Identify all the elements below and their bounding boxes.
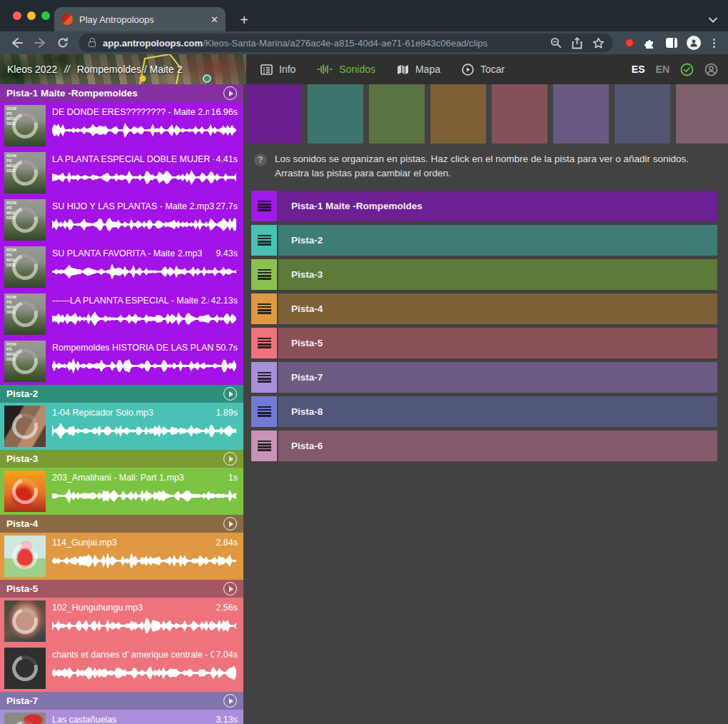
track-row[interactable]: Pista-2 [251, 225, 717, 256]
sidebar-track-header[interactable]: Pista-4 [0, 515, 243, 533]
browser-menu-icon[interactable] [710, 39, 718, 48]
forward-button[interactable] [30, 37, 50, 49]
clip-waveform[interactable] [52, 170, 238, 185]
reload-button[interactable] [53, 37, 73, 49]
new-tab-button[interactable]: + [236, 13, 253, 27]
back-button[interactable] [7, 37, 27, 49]
sidebar-track-header[interactable]: Pista-3 [0, 450, 243, 468]
clip-thumbnail[interactable]: ROM PE MOL DES [4, 105, 46, 146]
track-drag-handle[interactable] [251, 191, 277, 221]
audio-clip-row[interactable]: ROM PE MOL DES Rompemoldes HISTORIA DE L… [0, 338, 243, 385]
map-thumbnail-header[interactable]: Kleos 2022 // Rompemoldes / Maite 2 [0, 54, 246, 84]
track-row-bar[interactable]: Pista-1 Maite -Rompemoldes [278, 191, 717, 221]
clip-waveform[interactable] [52, 488, 238, 503]
audio-clip-row[interactable]: ROM PE MOL DES ------LA PLANNTA ESPECIAL… [0, 291, 243, 338]
profile-avatar-icon[interactable] [687, 36, 701, 50]
audio-clip-row[interactable]: ROM PE MOL DES DE DONDE ERES???????? - M… [0, 102, 243, 149]
close-window-button[interactable] [13, 11, 21, 20]
clip-waveform[interactable] [52, 618, 238, 633]
address-bar[interactable]: app.antropoloops.com/Kleos-Santa-Marina/… [79, 34, 613, 52]
bookmark-star-icon[interactable] [592, 37, 605, 49]
audio-clip-row[interactable]: chants et danses d' amerique centrale - … [0, 645, 243, 692]
tab-close-icon[interactable]: ✕ [211, 14, 218, 25]
share-icon[interactable] [572, 37, 582, 49]
sidebar-track-name[interactable]: Pista-3 [6, 453, 38, 464]
check-circle-icon[interactable] [680, 63, 694, 76]
track-row-bar[interactable]: Pista-3 [278, 259, 717, 290]
audio-clip-row[interactable]: ROM PE MOL DES SU HIJO Y LAS PLANTAS - M… [0, 196, 243, 243]
clip-waveform[interactable] [52, 553, 238, 568]
track-drag-handle[interactable] [251, 225, 277, 256]
clip-thumbnail[interactable] [4, 713, 46, 724]
clip-waveform[interactable] [52, 123, 238, 138]
clip-waveform[interactable] [52, 264, 238, 279]
breadcrumb-page[interactable]: Rompemoldes / Maite 2 [77, 64, 183, 75]
audio-clip-row[interactable]: 102_Hunguhungu.mp3 2.56s [0, 598, 243, 645]
sidebar-track-name[interactable]: Pista-4 [6, 518, 38, 529]
clip-thumbnail[interactable] [4, 471, 46, 512]
track-row[interactable]: Pista-4 [251, 293, 717, 324]
audio-clip-row[interactable]: ROM PE MOL DES SU PLANTA FAVORITA - Mait… [0, 243, 243, 291]
clip-waveform[interactable] [52, 665, 238, 680]
clip-waveform[interactable] [52, 423, 238, 438]
audio-clip-row[interactable]: 114_Gunjai.mp3 2.84s [0, 533, 243, 580]
lock-icon[interactable] [89, 41, 96, 47]
track-row-bar[interactable]: Pista-7 [278, 362, 717, 393]
audio-clip-row[interactable]: Las castañuelas 3.13s [0, 710, 243, 724]
track-drag-handle[interactable] [251, 431, 277, 461]
track-play-button[interactable] [223, 86, 237, 100]
clip-thumbnail[interactable]: ROM PE MOL DES [4, 341, 46, 382]
sidebar-track-name[interactable]: Pista-5 [6, 583, 38, 594]
side-panel-icon[interactable] [666, 38, 677, 48]
sidebar-track-header[interactable]: Pista-5 [0, 580, 243, 598]
clip-waveform[interactable] [52, 217, 238, 232]
track-drag-handle[interactable] [251, 328, 277, 358]
sidebar-track-name[interactable]: Pista-2 [6, 388, 38, 399]
lang-en-button[interactable]: EN [656, 64, 669, 75]
track-row-bar[interactable]: Pista-4 [278, 293, 717, 324]
audio-clip-row[interactable]: ROM PE MOL DES LA PLANTA ESPECIAL DOBLE … [0, 149, 243, 196]
sidebar-track-header[interactable]: Pista-7 [0, 692, 243, 710]
clip-waveform[interactable] [52, 311, 238, 326]
track-drag-handle[interactable] [251, 362, 277, 393]
track-row[interactable]: Pista-7 [251, 362, 717, 393]
track-drag-handle[interactable] [251, 293, 277, 324]
clip-thumbnail[interactable]: ROM PE MOL DES [4, 152, 46, 193]
track-row-bar[interactable]: Pista-5 [278, 328, 717, 358]
breadcrumb-project[interactable]: Kleos 2022 [7, 64, 57, 75]
track-row[interactable]: Pista-6 [251, 431, 717, 461]
track-drag-handle[interactable] [251, 396, 277, 427]
nav-tab-info[interactable]: Info [261, 64, 295, 75]
clip-thumbnail[interactable]: ROM PE MOL DES [4, 199, 46, 241]
clip-waveform[interactable] [52, 358, 238, 373]
clip-thumbnail[interactable] [4, 536, 46, 577]
lang-es-button[interactable]: ES [632, 64, 645, 75]
track-row[interactable]: Pista-8 [251, 396, 717, 427]
zoom-icon[interactable] [550, 37, 562, 49]
url-text[interactable]: app.antropoloops.com/Kleos-Santa-Marina/… [103, 38, 543, 49]
minimize-window-button[interactable] [27, 11, 36, 20]
track-row[interactable]: Pista-3 [251, 259, 717, 290]
account-icon[interactable] [704, 63, 718, 76]
track-play-button[interactable] [223, 517, 237, 531]
audio-clip-row[interactable]: 203_Amalihani - Mali: Part 1.mp3 1s [0, 468, 243, 515]
clip-thumbnail[interactable]: ROM PE MOL DES [4, 246, 46, 288]
sidebar-track-name[interactable]: Pista-7 [6, 695, 38, 706]
track-row-bar[interactable]: Pista-8 [278, 396, 717, 427]
clip-thumbnail[interactable]: ROM PE MOL DES [4, 293, 46, 335]
extensions-puzzle-icon[interactable] [644, 36, 657, 49]
nav-tab-mapa[interactable]: Mapa [397, 64, 440, 75]
sidebar-track-name[interactable]: Pista-1 Maite -Rompemoldes [6, 88, 138, 99]
record-extension-icon[interactable] [625, 38, 635, 48]
nav-tab-tocar[interactable]: Tocar [462, 64, 505, 76]
track-drag-handle[interactable] [251, 259, 277, 290]
audio-clip-row[interactable]: 1-04 Repicador Solo.mp3 1.89s [0, 403, 243, 450]
track-play-button[interactable] [223, 452, 237, 466]
clip-thumbnail[interactable] [4, 600, 46, 642]
track-play-button[interactable] [223, 582, 237, 595]
tab-search-chevron-icon[interactable] [708, 17, 718, 23]
maximize-window-button[interactable] [41, 11, 50, 20]
nav-tab-sonidos[interactable]: Sonidos [317, 64, 375, 75]
track-row-bar[interactable]: Pista-2 [278, 225, 717, 256]
track-row-bar[interactable]: Pista-6 [278, 431, 717, 461]
